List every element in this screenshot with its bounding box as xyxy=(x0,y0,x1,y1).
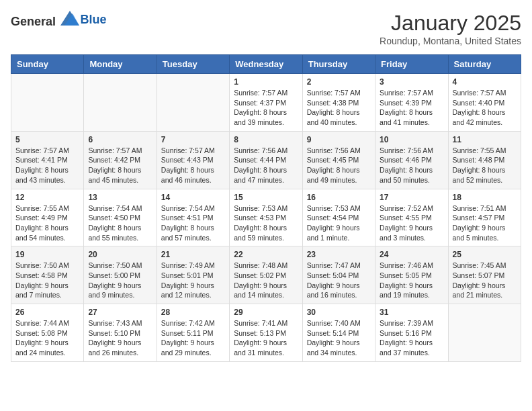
day-info: Sunrise: 7:50 AM Sunset: 5:00 PM Dayligh… xyxy=(88,261,152,300)
day-info: Sunrise: 7:57 AM Sunset: 4:41 PM Dayligh… xyxy=(15,146,79,185)
table-row: 7Sunrise: 7:57 AM Sunset: 4:43 PM Daylig… xyxy=(157,131,229,189)
day-number: 26 xyxy=(15,308,79,317)
day-number: 10 xyxy=(380,135,443,144)
table-row: 11Sunrise: 7:55 AM Sunset: 4:48 PM Dayli… xyxy=(448,131,521,189)
day-number: 30 xyxy=(307,308,371,317)
calendar-week-row: 19Sunrise: 7:50 AM Sunset: 4:58 PM Dayli… xyxy=(11,246,521,304)
day-info: Sunrise: 7:49 AM Sunset: 5:01 PM Dayligh… xyxy=(161,261,225,300)
table-row: 3Sunrise: 7:57 AM Sunset: 4:39 PM Daylig… xyxy=(375,74,448,132)
table-row: 1Sunrise: 7:57 AM Sunset: 4:37 PM Daylig… xyxy=(230,74,302,132)
day-number: 15 xyxy=(234,193,298,202)
day-number: 16 xyxy=(307,193,371,202)
day-info: Sunrise: 7:44 AM Sunset: 5:08 PM Dayligh… xyxy=(15,318,79,358)
day-info: Sunrise: 7:55 AM Sunset: 4:49 PM Dayligh… xyxy=(15,203,79,243)
table-row: 5Sunrise: 7:57 AM Sunset: 4:41 PM Daylig… xyxy=(11,131,84,189)
table-row: 4Sunrise: 7:57 AM Sunset: 4:40 PM Daylig… xyxy=(448,74,521,132)
header-friday: Friday xyxy=(375,55,448,74)
table-row xyxy=(157,74,229,132)
header-saturday: Saturday xyxy=(448,55,521,74)
table-row: 18Sunrise: 7:51 AM Sunset: 4:57 PM Dayli… xyxy=(448,189,521,246)
month-title: January 2025 xyxy=(380,11,521,36)
day-info: Sunrise: 7:57 AM Sunset: 4:38 PM Dayligh… xyxy=(307,88,371,128)
day-number: 9 xyxy=(307,135,371,144)
title-area: January 2025 Roundup, Montana, United St… xyxy=(380,11,521,46)
header-thursday: Thursday xyxy=(302,55,375,74)
table-row: 23Sunrise: 7:47 AM Sunset: 5:04 PM Dayli… xyxy=(302,246,375,304)
table-row: 19Sunrise: 7:50 AM Sunset: 4:58 PM Dayli… xyxy=(11,246,84,304)
day-info: Sunrise: 7:46 AM Sunset: 5:05 PM Dayligh… xyxy=(380,261,443,300)
day-info: Sunrise: 7:52 AM Sunset: 4:55 PM Dayligh… xyxy=(380,203,443,243)
day-info: Sunrise: 7:56 AM Sunset: 4:46 PM Dayligh… xyxy=(380,146,443,185)
table-row: 10Sunrise: 7:56 AM Sunset: 4:46 PM Dayli… xyxy=(375,131,448,189)
calendar: Sunday Monday Tuesday Wednesday Thursday… xyxy=(11,54,521,362)
table-row: 27Sunrise: 7:43 AM Sunset: 5:10 PM Dayli… xyxy=(84,304,157,362)
day-info: Sunrise: 7:54 AM Sunset: 4:50 PM Dayligh… xyxy=(88,203,152,243)
day-number: 2 xyxy=(307,77,371,87)
table-row: 28Sunrise: 7:42 AM Sunset: 5:11 PM Dayli… xyxy=(157,304,229,362)
day-number: 17 xyxy=(380,193,443,202)
logo: General Blue xyxy=(11,11,107,29)
day-info: Sunrise: 7:50 AM Sunset: 4:58 PM Dayligh… xyxy=(15,261,79,300)
day-number: 19 xyxy=(15,250,79,259)
header-monday: Monday xyxy=(84,55,157,74)
day-number: 6 xyxy=(88,135,152,144)
day-info: Sunrise: 7:55 AM Sunset: 4:48 PM Dayligh… xyxy=(453,146,517,185)
day-number: 24 xyxy=(380,250,443,259)
table-row: 6Sunrise: 7:57 AM Sunset: 4:42 PM Daylig… xyxy=(84,131,157,189)
header-tuesday: Tuesday xyxy=(157,55,229,74)
day-info: Sunrise: 7:45 AM Sunset: 5:07 PM Dayligh… xyxy=(453,261,517,300)
day-info: Sunrise: 7:57 AM Sunset: 4:43 PM Dayligh… xyxy=(161,146,225,185)
calendar-week-row: 26Sunrise: 7:44 AM Sunset: 5:08 PM Dayli… xyxy=(11,304,521,362)
day-info: Sunrise: 7:43 AM Sunset: 5:10 PM Dayligh… xyxy=(88,318,152,358)
table-row: 22Sunrise: 7:48 AM Sunset: 5:02 PM Dayli… xyxy=(230,246,302,304)
day-number: 23 xyxy=(307,250,371,259)
calendar-week-row: 12Sunrise: 7:55 AM Sunset: 4:49 PM Dayli… xyxy=(11,189,521,246)
day-info: Sunrise: 7:56 AM Sunset: 4:44 PM Dayligh… xyxy=(234,146,298,185)
day-info: Sunrise: 7:42 AM Sunset: 5:11 PM Dayligh… xyxy=(161,318,225,358)
page-header: General Blue January 2025 Roundup, Monta… xyxy=(11,11,521,46)
day-number: 4 xyxy=(453,77,517,87)
day-number: 8 xyxy=(234,135,298,144)
calendar-week-row: 1Sunrise: 7:57 AM Sunset: 4:37 PM Daylig… xyxy=(11,74,521,132)
table-row xyxy=(448,304,521,362)
day-number: 28 xyxy=(161,308,225,317)
day-number: 7 xyxy=(161,135,225,144)
header-sunday: Sunday xyxy=(11,55,84,74)
table-row: 8Sunrise: 7:56 AM Sunset: 4:44 PM Daylig… xyxy=(230,131,302,189)
day-number: 29 xyxy=(234,308,298,317)
table-row xyxy=(84,74,157,132)
table-row: 26Sunrise: 7:44 AM Sunset: 5:08 PM Dayli… xyxy=(11,304,84,362)
table-row: 30Sunrise: 7:40 AM Sunset: 5:14 PM Dayli… xyxy=(302,304,375,362)
day-info: Sunrise: 7:48 AM Sunset: 5:02 PM Dayligh… xyxy=(234,261,298,300)
logo-text-blue: Blue xyxy=(81,13,107,26)
day-number: 22 xyxy=(234,250,298,259)
calendar-header-row: Sunday Monday Tuesday Wednesday Thursday… xyxy=(11,55,521,74)
table-row: 24Sunrise: 7:46 AM Sunset: 5:05 PM Dayli… xyxy=(375,246,448,304)
table-row: 12Sunrise: 7:55 AM Sunset: 4:49 PM Dayli… xyxy=(11,189,84,246)
day-info: Sunrise: 7:57 AM Sunset: 4:39 PM Dayligh… xyxy=(380,88,443,128)
day-info: Sunrise: 7:54 AM Sunset: 4:51 PM Dayligh… xyxy=(161,203,225,243)
day-info: Sunrise: 7:57 AM Sunset: 4:42 PM Dayligh… xyxy=(88,146,152,185)
day-info: Sunrise: 7:47 AM Sunset: 5:04 PM Dayligh… xyxy=(307,261,371,300)
day-info: Sunrise: 7:40 AM Sunset: 5:14 PM Dayligh… xyxy=(307,318,371,358)
location: Roundup, Montana, United States xyxy=(380,36,521,46)
day-info: Sunrise: 7:53 AM Sunset: 4:54 PM Dayligh… xyxy=(307,203,371,243)
day-number: 14 xyxy=(161,193,225,202)
table-row: 21Sunrise: 7:49 AM Sunset: 5:01 PM Dayli… xyxy=(157,246,229,304)
day-number: 27 xyxy=(88,308,152,317)
header-wednesday: Wednesday xyxy=(230,55,302,74)
day-number: 5 xyxy=(15,135,79,144)
table-row: 20Sunrise: 7:50 AM Sunset: 5:00 PM Dayli… xyxy=(84,246,157,304)
table-row: 29Sunrise: 7:41 AM Sunset: 5:13 PM Dayli… xyxy=(230,304,302,362)
table-row: 25Sunrise: 7:45 AM Sunset: 5:07 PM Dayli… xyxy=(448,246,521,304)
table-row: 31Sunrise: 7:39 AM Sunset: 5:16 PM Dayli… xyxy=(375,304,448,362)
calendar-week-row: 5Sunrise: 7:57 AM Sunset: 4:41 PM Daylig… xyxy=(11,131,521,189)
table-row: 16Sunrise: 7:53 AM Sunset: 4:54 PM Dayli… xyxy=(302,189,375,246)
day-number: 1 xyxy=(234,77,298,87)
day-info: Sunrise: 7:56 AM Sunset: 4:45 PM Dayligh… xyxy=(307,146,371,185)
day-info: Sunrise: 7:51 AM Sunset: 4:57 PM Dayligh… xyxy=(453,203,517,243)
day-number: 31 xyxy=(380,308,443,317)
day-number: 20 xyxy=(88,250,152,259)
table-row xyxy=(11,74,84,132)
day-info: Sunrise: 7:57 AM Sunset: 4:37 PM Dayligh… xyxy=(234,88,298,128)
